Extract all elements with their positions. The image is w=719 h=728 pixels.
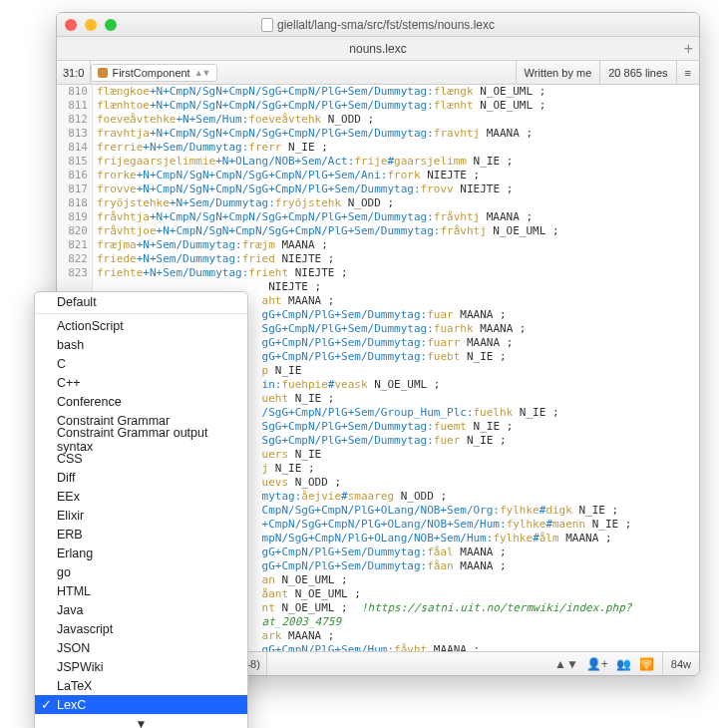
dropdown-separator <box>35 313 247 314</box>
word-count: 84w <box>662 652 699 675</box>
dropdown-item[interactable]: JSPWiki <box>35 657 247 676</box>
dropdown-more[interactable]: ▼ <box>35 714 247 728</box>
dropdown-item[interactable]: LaTeX <box>35 676 247 695</box>
dropdown-item[interactable]: Diff <box>35 468 247 487</box>
dropdown-item[interactable]: C++ <box>35 373 247 392</box>
folder-icon <box>98 68 108 78</box>
cursor-position: 31:0 <box>57 61 91 84</box>
language-dropdown[interactable]: Default ActionScriptbashCC++ConferenceCo… <box>34 291 248 728</box>
line-count: 20 865 lines <box>599 61 675 85</box>
dropdown-item[interactable]: Java <box>35 600 247 619</box>
minimize-icon[interactable] <box>85 19 97 31</box>
author-label: Written by me <box>516 61 600 85</box>
dropdown-item[interactable]: EEx <box>35 487 247 506</box>
dropdown-item[interactable]: Erlang <box>35 544 247 562</box>
dropdown-item[interactable]: ActionScript <box>35 316 247 335</box>
settings-icon[interactable]: ≡ <box>676 61 699 85</box>
dropdown-item[interactable]: ERB <box>35 525 247 544</box>
dropdown-item[interactable]: Javascript <box>35 619 247 638</box>
dropdown-item[interactable]: JSON <box>35 638 247 657</box>
document-icon <box>261 18 273 32</box>
dropdown-item-default[interactable]: Default <box>35 292 247 311</box>
zoom-icon[interactable] <box>105 19 117 31</box>
tabbar: nouns.lexc + <box>57 37 699 61</box>
tab-active[interactable]: nouns.lexc <box>349 42 406 56</box>
window-title: giellalt/lang-sma/src/fst/stems/nouns.le… <box>277 18 495 32</box>
people-icon[interactable]: 👥 <box>616 657 631 671</box>
window-controls <box>65 19 117 31</box>
dropdown-item[interactable]: go <box>35 562 247 581</box>
titlebar: giellalt/lang-sma/src/fst/stems/nouns.le… <box>57 13 699 37</box>
dropdown-item[interactable]: C <box>35 354 247 373</box>
dropdown-item-selected[interactable]: LexC <box>35 695 247 714</box>
dropdown-item[interactable]: Elixir <box>35 506 247 525</box>
dropdown-item[interactable]: HTML <box>35 581 247 600</box>
status-icons: ▲▼ 👤+ 👥 🛜 <box>546 657 662 671</box>
breadcrumb-label: FirstComponent <box>112 67 189 79</box>
person-plus-icon[interactable]: 👤+ <box>586 657 608 671</box>
infobar: 31:0 FirstComponent ▲▼ Written by me 20 … <box>57 61 699 85</box>
updown-icon[interactable]: ▲▼ <box>554 657 578 671</box>
dropdown-item[interactable]: bash <box>35 335 247 354</box>
dropdown-item[interactable]: Constraint Grammar output syntax <box>35 430 247 449</box>
close-icon[interactable] <box>65 19 77 31</box>
rss-icon[interactable]: 🛜 <box>639 657 654 671</box>
dropdown-item[interactable]: Conference <box>35 392 247 411</box>
breadcrumb[interactable]: FirstComponent ▲▼ <box>91 64 216 82</box>
new-tab-button[interactable]: + <box>684 40 693 58</box>
breadcrumb-arrows: ▲▼ <box>194 68 210 78</box>
